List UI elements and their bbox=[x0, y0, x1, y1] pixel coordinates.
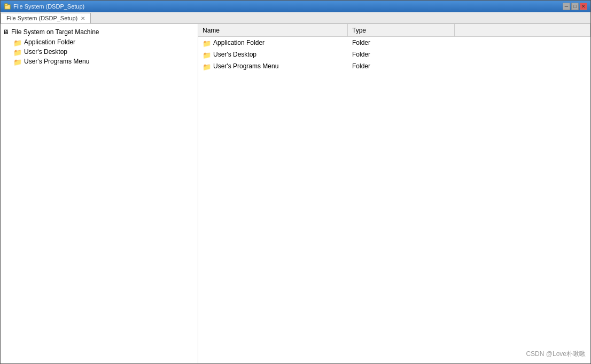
window-title: File System (DSDP_Setup) bbox=[13, 3, 563, 10]
close-button[interactable]: ✕ bbox=[580, 3, 587, 10]
left-panel[interactable]: File System on Target Machine Applicatio… bbox=[1, 24, 198, 363]
window-controls: ─ □ ✕ bbox=[563, 3, 587, 10]
list-cell-type-desktop: Folder bbox=[348, 50, 455, 59]
maximize-button[interactable]: □ bbox=[571, 3, 579, 10]
tree-children: Application Folder User's Desktop User's… bbox=[1, 37, 198, 66]
list-header: Name Type bbox=[198, 24, 590, 37]
tree-root-item[interactable]: File System on Target Machine bbox=[1, 26, 198, 37]
folder-icon-programs bbox=[13, 58, 22, 65]
folder-icon bbox=[203, 39, 211, 46]
list-content: Application Folder Folder User's Desktop… bbox=[198, 37, 590, 72]
tab-filesystem[interactable]: File System (DSDP_Setup) ✕ bbox=[1, 13, 91, 23]
header-name: Name bbox=[198, 24, 348, 36]
tree-item-application-folder[interactable]: Application Folder bbox=[11, 37, 198, 47]
list-cell-type-programs: Folder bbox=[348, 61, 455, 71]
tab-bar: File System (DSDP_Setup) ✕ bbox=[1, 12, 590, 24]
list-cell-name-programs: User's Programs Menu bbox=[198, 61, 348, 71]
list-cell-type-application: Folder bbox=[348, 38, 455, 48]
list-row-users-desktop[interactable]: User's Desktop Folder bbox=[198, 49, 590, 60]
folder-icon-desktop bbox=[13, 49, 22, 56]
main-window: File System (DSDP_Setup) ─ □ ✕ File Syst… bbox=[0, 0, 591, 364]
header-rest bbox=[455, 24, 590, 36]
drive-icon bbox=[3, 28, 9, 36]
tree-item-users-desktop[interactable]: User's Desktop bbox=[11, 47, 198, 57]
tree-item-label: User's Desktop bbox=[24, 48, 67, 56]
right-panel-inner: Name Type Application Folder Folder bbox=[198, 24, 590, 363]
content-area: File System on Target Machine Applicatio… bbox=[1, 24, 590, 363]
tab-close-icon[interactable]: ✕ bbox=[81, 15, 85, 21]
folder-icon-application bbox=[13, 39, 22, 46]
tree-item-programs-menu[interactable]: User's Programs Menu bbox=[11, 57, 198, 66]
svg-rect-1 bbox=[5, 4, 7, 5]
tree-item-label: User's Programs Menu bbox=[24, 58, 89, 65]
folder-icon bbox=[203, 63, 211, 70]
tree-item-label: Application Folder bbox=[24, 38, 75, 46]
window-icon bbox=[4, 3, 11, 10]
list-cell-name-application: Application Folder bbox=[198, 38, 348, 48]
tab-label: File System (DSDP_Setup) bbox=[6, 15, 77, 21]
title-bar: File System (DSDP_Setup) ─ □ ✕ bbox=[1, 1, 590, 12]
right-panel: Name Type Application Folder Folder bbox=[198, 24, 590, 363]
folder-icon bbox=[203, 51, 211, 58]
tree-root-label: File System on Target Machine bbox=[11, 28, 99, 36]
list-row-programs-menu[interactable]: User's Programs Menu Folder bbox=[198, 60, 590, 72]
tree-root: File System on Target Machine Applicatio… bbox=[1, 24, 198, 68]
minimize-button[interactable]: ─ bbox=[563, 3, 570, 10]
list-row-application-folder[interactable]: Application Folder Folder bbox=[198, 37, 590, 49]
header-type: Type bbox=[348, 24, 455, 36]
list-cell-name-desktop: User's Desktop bbox=[198, 50, 348, 59]
